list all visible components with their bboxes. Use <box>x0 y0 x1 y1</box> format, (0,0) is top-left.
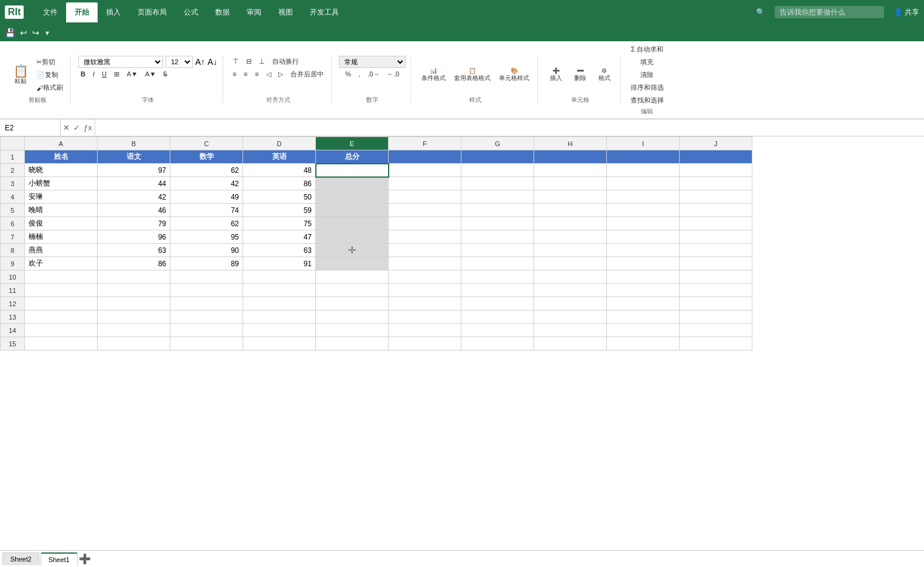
title-tab-开发工具[interactable]: 开发工具 <box>301 2 347 22</box>
cell-F1[interactable] <box>389 150 461 164</box>
cell-H10[interactable] <box>534 270 607 284</box>
cell-C15[interactable] <box>170 337 243 351</box>
cell-I10[interactable] <box>607 270 680 284</box>
cell-C8[interactable]: 90 <box>170 244 243 257</box>
col-header-I[interactable]: I <box>607 137 680 150</box>
cell-style-button[interactable]: 🎨 单元格样式 <box>496 65 532 84</box>
row-header-3[interactable]: 3 <box>1 177 25 190</box>
cell-A3[interactable]: 小螃蟹 <box>25 177 98 190</box>
cell-E6[interactable] <box>316 217 389 230</box>
cell-H5[interactable] <box>534 204 607 217</box>
cell-B7[interactable]: 96 <box>98 230 170 244</box>
insert-function-icon[interactable]: ƒx <box>84 123 92 132</box>
fill-color-button[interactable]: A▼ <box>124 69 140 79</box>
cell-F9[interactable] <box>389 257 461 270</box>
cell-E8[interactable]: ✛ <box>316 244 389 257</box>
row-header-2[interactable]: 2 <box>1 164 25 177</box>
cell-J8[interactable] <box>680 244 752 257</box>
increase-decimal-button[interactable]: ←.0 <box>384 69 401 79</box>
cell-I7[interactable] <box>607 230 680 244</box>
cell-G8[interactable] <box>461 244 534 257</box>
indent-increase-button[interactable]: ▷ <box>276 69 286 79</box>
cell-B6[interactable]: 79 <box>98 217 170 230</box>
cell-H2[interactable] <box>534 164 607 177</box>
cell-I5[interactable] <box>607 204 680 217</box>
cell-H15[interactable] <box>534 337 607 351</box>
cell-C10[interactable] <box>170 270 243 284</box>
cell-C1[interactable]: 数学 <box>170 150 243 164</box>
col-header-D[interactable]: D <box>243 137 316 150</box>
cell-D10[interactable] <box>243 270 316 284</box>
title-tab-开始[interactable]: 开始 <box>66 2 98 22</box>
cell-J6[interactable] <box>680 217 752 230</box>
decrease-font-button[interactable]: A↓ <box>207 57 217 67</box>
cell-E14[interactable] <box>316 324 389 337</box>
cell-E1[interactable]: 总分 <box>316 150 389 164</box>
cell-E15[interactable] <box>316 337 389 351</box>
font-size-select[interactable]: 12 <box>166 56 193 68</box>
clear-button[interactable]: 清除 <box>638 69 656 81</box>
cell-F5[interactable] <box>389 204 461 217</box>
format-painter-button[interactable]: 🖌 格式刷 <box>34 82 65 93</box>
cell-J13[interactable] <box>680 310 752 324</box>
cell-D13[interactable] <box>243 310 316 324</box>
cell-E13[interactable] <box>316 310 389 324</box>
underline-button[interactable]: U <box>99 69 109 79</box>
cell-J7[interactable] <box>680 230 752 244</box>
cell-I11[interactable] <box>607 284 680 297</box>
cell-C3[interactable]: 42 <box>170 177 243 190</box>
cell-J11[interactable] <box>680 284 752 297</box>
cell-E7[interactable] <box>316 230 389 244</box>
cell-C5[interactable]: 74 <box>170 204 243 217</box>
cut-button[interactable]: ✂ 剪切 <box>34 56 65 68</box>
col-header-F[interactable]: F <box>389 137 461 150</box>
italic-button[interactable]: I <box>90 69 97 79</box>
cell-J3[interactable] <box>680 177 752 190</box>
row-header-12[interactable]: 12 <box>1 297 25 310</box>
cell-J4[interactable] <box>680 190 752 204</box>
title-tab-文件[interactable]: 文件 <box>35 2 66 22</box>
cell-F10[interactable] <box>389 270 461 284</box>
title-tab-页面布局[interactable]: 页面布局 <box>129 2 175 22</box>
cell-H3[interactable] <box>534 177 607 190</box>
cell-G6[interactable] <box>461 217 534 230</box>
cell-G10[interactable] <box>461 270 534 284</box>
cell-B9[interactable]: 86 <box>98 257 170 270</box>
cell-D3[interactable]: 86 <box>243 177 316 190</box>
cell-B3[interactable]: 44 <box>98 177 170 190</box>
cell-I3[interactable] <box>607 177 680 190</box>
conditional-format-button[interactable]: 📊 条件格式 <box>418 65 449 84</box>
cell-I8[interactable] <box>607 244 680 257</box>
cell-A14[interactable] <box>25 324 98 337</box>
comma-button[interactable]: , <box>356 69 363 79</box>
cell-B14[interactable] <box>98 324 170 337</box>
cell-D2[interactable]: 48 <box>243 164 316 177</box>
cell-I14[interactable] <box>607 324 680 337</box>
format-button[interactable]: ⚙ 格式 <box>594 65 615 84</box>
cell-J1[interactable] <box>680 150 752 164</box>
cancel-formula-icon[interactable]: ✕ <box>63 123 70 132</box>
cell-B15[interactable] <box>98 337 170 351</box>
cell-B5[interactable]: 46 <box>98 204 170 217</box>
row-header-7[interactable]: 7 <box>1 230 25 244</box>
cell-A15[interactable] <box>25 337 98 351</box>
cell-F14[interactable] <box>389 324 461 337</box>
row-header-8[interactable]: 8 <box>1 244 25 257</box>
insert-button[interactable]: ➕ 插入 <box>545 65 567 84</box>
wrap-text-button[interactable]: 自动换行 <box>270 56 301 67</box>
cell-J14[interactable] <box>680 324 752 337</box>
cell-G12[interactable] <box>461 297 534 310</box>
title-tab-视图[interactable]: 视图 <box>270 2 301 22</box>
cell-D11[interactable] <box>243 284 316 297</box>
cell-E10[interactable] <box>316 270 389 284</box>
row-header-4[interactable]: 4 <box>1 190 25 204</box>
cell-G3[interactable] <box>461 177 534 190</box>
cell-C12[interactable] <box>170 297 243 310</box>
cell-H6[interactable] <box>534 217 607 230</box>
cell-D1[interactable]: 英语 <box>243 150 316 164</box>
cell-F13[interactable] <box>389 310 461 324</box>
cell-C11[interactable] <box>170 284 243 297</box>
title-tab-数据[interactable]: 数据 <box>207 2 238 22</box>
delete-button[interactable]: ➖ 删除 <box>569 65 591 84</box>
cell-I2[interactable] <box>607 164 680 177</box>
